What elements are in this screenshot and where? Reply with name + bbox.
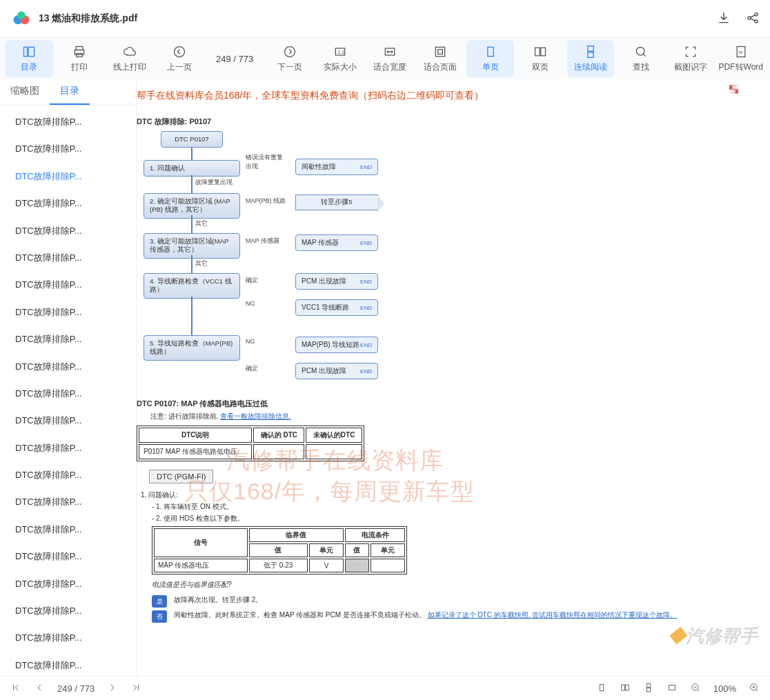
ocr-button[interactable]: 截图识字 [667,40,715,77]
svg-point-2 [17,11,25,19]
toc-item[interactable]: DTC故障排除P... [0,407,136,434]
zoom-out-icon[interactable] [690,682,701,695]
toc-list: DTC故障排除P...DTC故障排除P...DTC故障排除P...DTC故障排除… [0,106,136,676]
page-count: 249 / 773 [206,54,264,64]
svg-text:W: W [738,50,742,54]
download-icon[interactable] [717,11,731,27]
share-icon[interactable] [746,11,760,27]
cloud-print-button[interactable]: 线上打印 [106,40,153,77]
svg-point-11 [175,46,185,57]
toc-item[interactable]: DTC故障排除P... [0,299,136,326]
next-page-button[interactable]: 下一页 [266,40,314,77]
svg-rect-17 [438,49,443,54]
svg-rect-21 [588,46,593,51]
toc-item[interactable]: DTC故障排除P... [0,543,136,570]
svg-rect-30 [646,688,650,691]
footer-page: 249 / 773 [57,683,95,694]
view-fit-icon[interactable] [667,682,678,695]
svg-rect-20 [541,48,546,56]
toc-item[interactable]: DTC故障排除P... [0,488,136,515]
svg-rect-26 [600,684,603,690]
svg-text:1:1: 1:1 [337,50,344,54]
toc-item[interactable]: DTC故障排除P... [0,190,136,217]
svg-rect-16 [435,47,444,56]
app-logo-icon [12,10,30,28]
toc-item[interactable]: DTC故障排除P... [0,135,136,162]
document-title: 13 燃油和排放系统.pdf [39,12,717,25]
svg-rect-7 [28,47,34,56]
toc-item[interactable]: DTC故障排除P... [0,597,136,624]
view-double-icon[interactable] [620,682,631,695]
snapshot-link[interactable]: 如果记录了这个 DTC 的车载快照, 尝试用车载快照在相同的情况下重现这个故障。 [428,611,678,619]
toc-button[interactable]: 目录 [6,40,53,77]
dtc-subtitle: DTC P0107: MAP 传感器电路电压过低 [137,399,770,409]
prev-page-button[interactable]: 上一页 [156,40,204,77]
section-heading: DTC 故障排除: P0107 [137,117,770,127]
banner-text: 帮手在线资料库会员168/年，全球车型资料免费查询（扫码右边二维码即可查看） [137,86,770,112]
watermark-brand: ◆汽修帮手 [668,624,758,648]
svg-rect-18 [487,47,493,56]
page-viewer[interactable]: ▓▒░░▒▓ 帮手在线资料库会员168/年，全球车型资料免费查询（扫码右边二维码… [137,79,770,676]
svg-rect-19 [535,48,540,56]
qr-code-icon: ▓▒░░▒▓ [715,85,753,112]
param-table: 信号临界值电流条件 值单元值单元 MAP 传感器电压低于 0.23V [152,526,407,574]
single-page-button[interactable]: 单页 [466,40,514,77]
tab-toc[interactable]: 目录 [50,79,90,105]
toc-item[interactable]: DTC故障排除P... [0,434,136,461]
dtc-table: DTC说明确认的 DTC未确认的DTC P0107 MAP 传感器电路低电压 [137,426,364,461]
double-page-button[interactable]: 双页 [517,40,564,77]
toc-item[interactable]: DTC故障排除P... [0,461,136,488]
find-button[interactable]: 查找 [617,40,664,77]
print-button[interactable]: 打印 [56,40,103,77]
svg-rect-8 [76,46,83,50]
view-cont-icon[interactable] [643,682,654,695]
fit-width-button[interactable]: 适合宽度 [366,40,414,77]
svg-rect-31 [669,685,675,690]
svg-point-12 [285,46,295,57]
toc-item[interactable]: DTC故障排除P... [0,271,136,298]
svg-rect-28 [625,685,629,690]
svg-rect-22 [588,52,593,57]
toc-item[interactable]: DTC故障排除P... [0,380,136,407]
actual-size-button[interactable]: 1:1实际大小 [316,40,364,77]
tab-thumbnails[interactable]: 缩略图 [0,79,50,105]
svg-rect-6 [24,47,28,56]
note-link[interactable]: 查看一般故障排除信息. [220,412,291,420]
view-single-icon[interactable] [596,682,607,695]
continuous-button[interactable]: 连续阅读 [567,40,615,77]
toc-item[interactable]: DTC故障排除P... [0,108,136,135]
zoom-in-icon[interactable] [749,682,760,695]
toc-item[interactable]: DTC故障排除P... [0,244,136,271]
fit-page-button[interactable]: 适合页面 [417,40,464,77]
toc-item[interactable]: DTC故障排除P... [0,652,136,676]
toc-item[interactable]: DTC故障排除P... [0,217,136,244]
svg-point-23 [636,47,644,55]
pdf-to-word-button[interactable]: WPDF转Word [717,40,764,77]
flowchart: DTC P0107 1. 问题确认 错误没有重复出现 间歇性故障END 故障重复… [137,131,770,393]
last-page-icon[interactable] [130,682,141,695]
svg-rect-27 [621,685,624,690]
toc-item[interactable]: DTC故障排除P... [0,624,136,651]
toc-item[interactable]: DTC故障排除P... [0,516,136,543]
prev-page-icon[interactable] [34,682,45,695]
next-page-icon[interactable] [107,682,118,695]
toc-item[interactable]: DTC故障排除P... [0,163,136,190]
toc-item[interactable]: DTC故障排除P... [0,353,136,380]
svg-rect-29 [646,683,650,687]
first-page-icon[interactable] [10,682,21,695]
toc-item[interactable]: DTC故障排除P... [0,326,136,352]
zoom-level: 100% [713,683,736,694]
svg-rect-10 [77,53,82,57]
toc-item[interactable]: DTC故障排除P... [0,570,136,597]
